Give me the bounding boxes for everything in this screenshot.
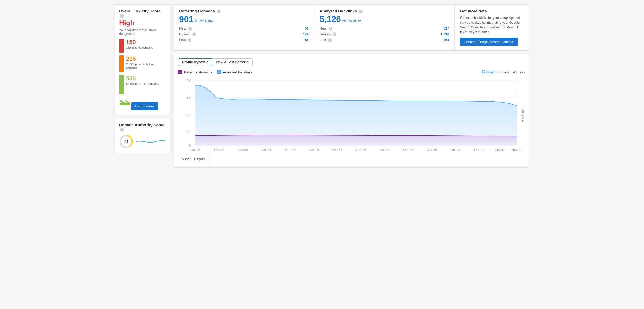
referring-lost-row: Lost i 65 (179, 37, 309, 43)
svg-text:2K: 2K (186, 131, 191, 134)
analyzed-backlinks-rows: New i 527 Broken i 1,036 Lost i 464 (320, 26, 449, 43)
score-num-green: 536 (126, 75, 159, 82)
da-title: Domain Authority Score i (119, 123, 166, 132)
get-more-title: Get more data (460, 9, 524, 13)
referring-domains-section: Referring Domains i 901 81.2% follow New… (174, 5, 314, 50)
svg-text:48: 48 (124, 140, 128, 144)
da-sparkline (136, 136, 166, 147)
legend-analyzed-backlinks: ✓ Analyzed backlinks (217, 70, 252, 74)
svg-text:Oct 09: Oct 09 (238, 148, 248, 152)
referring-domains-rows: New i 52 Broken i 146 Lost i 65 (179, 26, 309, 43)
svg-text:Oct 19: Oct 19 (356, 148, 366, 152)
referring-domains-follow: 81.2% follow (195, 19, 213, 23)
legend-label-referring: Referring domains (184, 70, 212, 74)
lost-info-icon[interactable]: i (188, 38, 191, 42)
svg-text:Oct 11: Oct 11 (261, 148, 272, 152)
score-label-red: 16.6% toxic domains (126, 46, 153, 49)
bl-broken-info[interactable]: i (333, 32, 336, 36)
bar-orange (119, 55, 124, 72)
referring-new-row: New i 52 (179, 26, 309, 31)
days-selector: 30 days 60 days 90 days (482, 70, 525, 74)
svg-text:Oct 27: Oct 27 (450, 148, 461, 152)
left-panel: Overall Toxicity Score i High Your backl… (115, 4, 170, 168)
chart-card: Profile Dynamic New & Lost Domains ✓ Ref… (174, 54, 529, 168)
da-title-text: Domain Authority Score (119, 123, 165, 127)
svg-rect-0 (120, 103, 130, 105)
toxicity-title-text: Overall Toxicity Score (119, 9, 161, 13)
da-info-icon[interactable]: i (120, 128, 124, 132)
tab-profile-dynamic[interactable]: Profile Dynamic (178, 58, 212, 66)
go-to-review-button[interactable]: Go to review (131, 102, 158, 110)
right-panel: Referring Domains i 901 81.2% follow New… (174, 4, 529, 168)
svg-text:Oct 31: Oct 31 (495, 148, 505, 152)
svg-text:4K: 4K (186, 113, 191, 117)
toxicity-description: Your backlink profile looks dangerous! (119, 28, 166, 36)
analyzed-backlinks-follow: 60.7% follow (342, 19, 361, 23)
svg-text:Oct 21: Oct 21 (379, 148, 390, 152)
svg-text:6K: 6K (186, 96, 191, 99)
wave-decoration (120, 97, 130, 105)
analyzed-backlinks-section: Analyzed Backlinks i 5,126 60.7% follow … (314, 5, 455, 50)
legend-referring-domains: ✓ Referring domains (178, 70, 212, 74)
chart-legend-row: ✓ Referring domains ✓ Analyzed backlinks… (178, 70, 525, 74)
analyzed-backlinks-title: Analyzed Backlinks i (320, 9, 449, 13)
top-metrics: Referring Domains i 901 81.2% follow New… (174, 4, 529, 51)
score-num-red: 150 (126, 39, 153, 46)
bl-lost-info[interactable]: i (328, 38, 332, 42)
svg-text:Oct 07: Oct 07 (214, 148, 224, 152)
legend-check-blue: ✓ (217, 70, 221, 74)
svg-text:Oct 17: Oct 17 (332, 148, 342, 152)
new-info-icon[interactable]: i (188, 27, 192, 31)
svg-text:8K: 8K (186, 79, 191, 82)
bar-green (119, 75, 124, 94)
toxicity-info-icon[interactable]: i (120, 14, 124, 18)
svg-text:Oct 15: Oct 15 (309, 148, 319, 152)
main-container: Overall Toxicity Score i High Your backl… (115, 4, 529, 168)
analyzed-backlinks-info-icon[interactable]: i (359, 10, 363, 13)
da-card: Domain Authority Score i 48 (115, 118, 170, 153)
score-bars: 150 16.6% toxic domains 215 23.9% potent… (119, 39, 166, 94)
chart-footer: View full report (178, 155, 525, 163)
analyzed-backlinks-num: 5,126 (320, 15, 341, 23)
svg-text:Oct 25: Oct 25 (427, 148, 437, 152)
referring-domains-num: 901 (179, 15, 193, 23)
svg-text:Oct 29: Oct 29 (474, 148, 484, 152)
tab-new-lost-domains[interactable]: New & Lost Domains (212, 58, 252, 66)
get-more-data-section: Get more data Get more backlinks for you… (455, 5, 529, 50)
score-row-orange: 215 23.9% potentially toxic domains (119, 55, 166, 72)
broken-info-icon[interactable]: i (192, 32, 196, 36)
days-60[interactable]: 60 days (497, 70, 510, 74)
bar-red (119, 39, 124, 53)
backlinks-broken-row: Broken i 1,036 (320, 31, 449, 37)
score-row-green: 536 59.5% non-toxic domains (119, 75, 166, 94)
get-more-description: Get more backlinks for your campaign and… (460, 15, 524, 35)
score-row-red: 150 16.6% toxic domains (119, 39, 166, 53)
da-section: 48 (119, 134, 166, 149)
chart-tabs: Profile Dynamic New & Lost Domains (178, 58, 525, 66)
svg-text:Oct 05: Oct 05 (190, 148, 201, 152)
toxicity-title: Overall Toxicity Score i (119, 9, 166, 18)
legend-label-backlinks: Analyzed backlinks (223, 70, 252, 74)
score-num-orange: 215 (126, 55, 166, 62)
donut-chart: 48 (119, 134, 133, 149)
backlinks-new-row: New i 527 (320, 26, 449, 31)
days-30[interactable]: 30 days (482, 70, 494, 74)
toxicity-level: High (119, 19, 166, 27)
backlinks-lost-row: Lost i 464 (320, 37, 449, 43)
svg-text:Oct 23: Oct 23 (403, 148, 413, 152)
days-90[interactable]: 90 days (513, 70, 525, 74)
referring-domains-title: Referring Domains i (179, 9, 309, 13)
svg-text:0: 0 (189, 144, 191, 147)
legend-check-purple: ✓ (178, 70, 182, 74)
svg-text:Nov 02: Nov 02 (512, 148, 523, 152)
view-full-report-button[interactable]: View full report (178, 155, 209, 163)
connect-gsc-button[interactable]: Connect Google Search Console (460, 38, 518, 46)
toxicity-card: Overall Toxicity Score i High Your backl… (115, 4, 170, 115)
referring-broken-row: Broken i 146 (179, 31, 309, 37)
svg-text:Last update: Last update (521, 108, 525, 122)
score-label-green: 59.5% non-toxic domains (126, 82, 159, 86)
chart-svg: 8K 6K 4K 2K 0 Oct 05 Oct 07 (178, 78, 525, 152)
bl-new-info[interactable]: i (329, 27, 332, 31)
referring-domains-info-icon[interactable]: i (217, 10, 221, 13)
chart-area: 8K 6K 4K 2K 0 Oct 05 Oct 07 (178, 78, 525, 152)
